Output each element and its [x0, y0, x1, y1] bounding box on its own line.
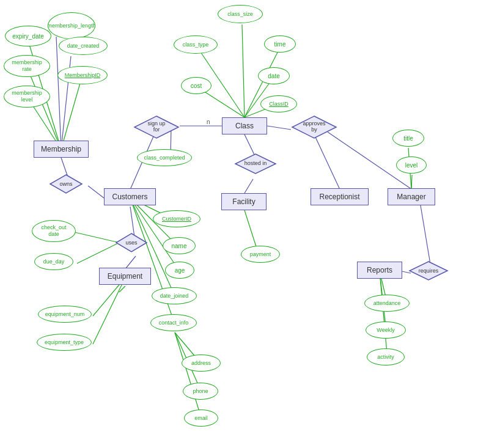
entity-customers: Customers [104, 188, 156, 205]
attr-attendance: attendance [364, 295, 410, 312]
entity-manager: Manager [388, 188, 435, 205]
attr-membership-rate: membership rate [4, 55, 50, 77]
attr-membershipid: MembershipID [57, 66, 108, 84]
attr-customerid: CustomerID [153, 210, 200, 227]
svg-line-39 [411, 175, 412, 189]
attr-date-created: date_created [59, 37, 108, 55]
attr-due-day: due_day [34, 253, 73, 270]
attr-membership-length: membership_length [48, 12, 95, 39]
attr-expiry-date: expiry_date [5, 26, 51, 46]
svg-line-33 [93, 277, 125, 344]
entity-class: Class [222, 117, 267, 134]
er-diagram-canvas: Membership Customers Equipment Class Fac… [0, 0, 489, 448]
svg-line-7 [88, 186, 104, 198]
attr-contact-info: contact_info [150, 314, 197, 331]
attr-title: title [392, 130, 424, 147]
svg-line-15 [242, 24, 244, 117]
attr-level: level [396, 156, 427, 174]
svg-line-35 [75, 232, 119, 243]
svg-line-5 [61, 77, 82, 149]
attr-email: email [184, 409, 218, 427]
entity-facility: Facility [221, 193, 267, 210]
attr-activity: activity [367, 348, 405, 365]
attr-class-completed: class_completed [137, 149, 192, 166]
svg-line-10 [267, 126, 291, 130]
attr-name: name [163, 237, 196, 254]
attr-equipment-num: equipment_num [38, 306, 92, 323]
attr-cost: cost [181, 77, 211, 94]
svg-line-44 [380, 271, 388, 359]
svg-line-11 [314, 134, 340, 189]
entity-receptionist: Receptionist [311, 188, 369, 205]
attr-phone: phone [183, 383, 218, 400]
attr-membership-level: membership level [4, 86, 50, 108]
entity-equipment: Equipment [99, 268, 151, 285]
svg-line-36 [77, 243, 119, 263]
svg-line-0 [56, 37, 61, 149]
svg-line-29 [175, 332, 202, 419]
attr-address: address [182, 354, 221, 372]
svg-line-34 [119, 286, 125, 292]
attr-equipment-type: equipment_type [37, 334, 92, 351]
attr-date: date [258, 67, 290, 84]
svg-line-31 [125, 256, 136, 269]
svg-line-3 [27, 67, 61, 149]
svg-line-14 [244, 179, 253, 193]
attr-time: time [264, 35, 296, 53]
diamond-signup: sign upfor [133, 115, 180, 139]
entity-membership: Membership [34, 141, 89, 158]
label-n: n [207, 119, 210, 125]
diamond-owns: owns [49, 174, 83, 194]
attr-class-type: class_type [174, 35, 218, 54]
diamond-approves: approvesby [291, 115, 337, 139]
attr-payment: payment [241, 246, 280, 263]
attr-class-size: class_size [218, 5, 263, 23]
diamond-hostedin: hosted in [234, 153, 277, 175]
entity-reports: Reports [357, 262, 402, 279]
diamond-requires: requires [408, 260, 449, 281]
attr-date-joined: date_joined [152, 287, 197, 304]
attr-classid: ClassID [260, 95, 297, 112]
attr-weekly: Weekly [366, 321, 406, 339]
attr-age: age [165, 262, 194, 279]
attr-checkout-date: check_out date [32, 220, 76, 242]
diamond-uses: uses [115, 232, 148, 253]
